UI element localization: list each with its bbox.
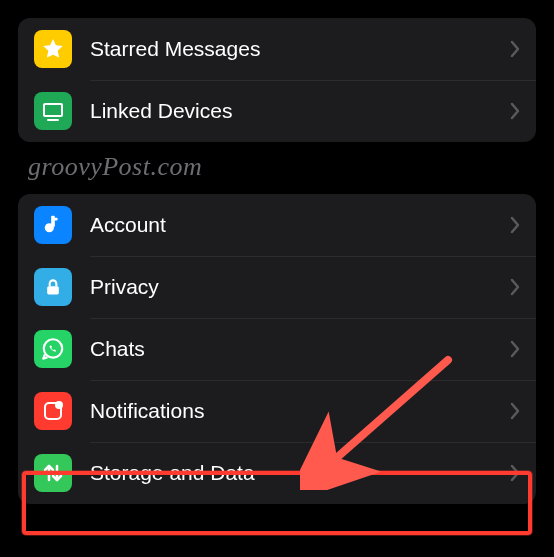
row-label: Starred Messages	[90, 37, 510, 61]
row-label: Storage and Data	[90, 461, 510, 485]
chevron-right-icon	[510, 216, 520, 234]
chevron-right-icon	[510, 464, 520, 482]
row-storage-and-data[interactable]: Storage and Data	[18, 442, 536, 504]
row-label: Chats	[90, 337, 510, 361]
settings-group-2: Account Privacy Chats Notifications	[18, 194, 536, 504]
svg-point-6	[44, 339, 62, 357]
lock-icon	[34, 268, 72, 306]
star-icon	[34, 30, 72, 68]
row-label: Notifications	[90, 399, 510, 423]
row-account[interactable]: Account	[18, 194, 536, 256]
row-starred-messages[interactable]: Starred Messages	[18, 18, 536, 80]
row-linked-devices[interactable]: Linked Devices	[18, 80, 536, 142]
whatsapp-icon	[34, 330, 72, 368]
watermark-text: groovyPost.com	[28, 152, 536, 182]
row-chats[interactable]: Chats	[18, 318, 536, 380]
row-notifications[interactable]: Notifications	[18, 380, 536, 442]
chevron-right-icon	[510, 40, 520, 58]
row-label: Privacy	[90, 275, 510, 299]
svg-rect-3	[51, 216, 55, 227]
arrows-up-down-icon	[34, 454, 72, 492]
chevron-right-icon	[510, 340, 520, 358]
row-label: Account	[90, 213, 510, 237]
svg-rect-0	[44, 104, 62, 116]
svg-rect-4	[54, 218, 58, 221]
chevron-right-icon	[510, 278, 520, 296]
svg-rect-5	[47, 286, 59, 294]
settings-group-1: Starred Messages Linked Devices	[18, 18, 536, 142]
chevron-right-icon	[510, 102, 520, 120]
notification-icon	[34, 392, 72, 430]
svg-point-8	[55, 401, 63, 409]
monitor-icon	[34, 92, 72, 130]
row-privacy[interactable]: Privacy	[18, 256, 536, 318]
row-label: Linked Devices	[90, 99, 510, 123]
chevron-right-icon	[510, 402, 520, 420]
key-icon	[34, 206, 72, 244]
